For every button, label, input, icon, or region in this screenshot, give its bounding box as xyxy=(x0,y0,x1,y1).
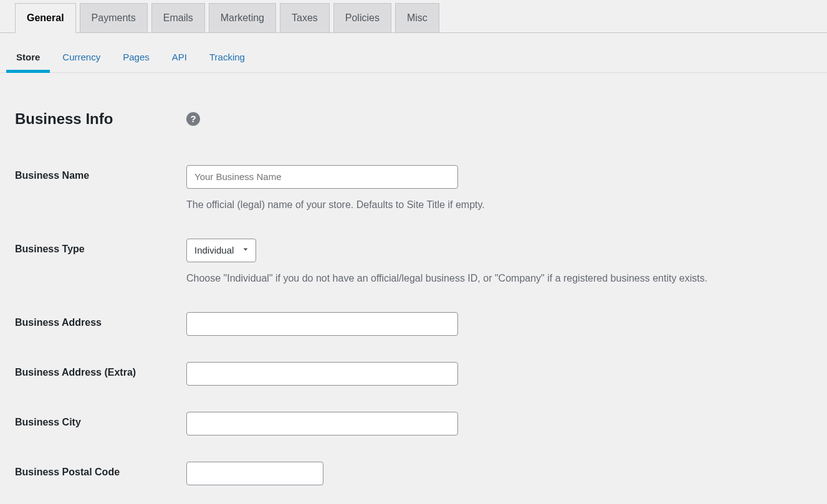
help-icon[interactable]: ? xyxy=(186,112,200,126)
tab-payments[interactable]: Payments xyxy=(80,3,148,32)
label-business-address-extra: Business Address (Extra) xyxy=(15,362,186,378)
tab-emails[interactable]: Emails xyxy=(151,3,205,32)
row-business-address: Business Address xyxy=(15,312,812,336)
subtab-store[interactable]: Store xyxy=(15,43,41,72)
row-business-type: Business Type Individual Choose "Individ… xyxy=(15,239,812,286)
business-type-select[interactable]: Individual xyxy=(186,239,256,262)
row-business-postal-code: Business Postal Code xyxy=(15,462,812,485)
tab-general[interactable]: General xyxy=(15,3,76,33)
business-name-description: The official (legal) name of your store.… xyxy=(186,197,812,212)
business-postal-code-input[interactable] xyxy=(186,462,323,485)
primary-tabs: General Payments Emails Marketing Taxes … xyxy=(0,0,827,33)
subtab-pages[interactable]: Pages xyxy=(122,43,151,72)
subtab-currency[interactable]: Currency xyxy=(61,43,102,72)
secondary-tabs: Store Currency Pages API Tracking xyxy=(0,43,827,73)
label-business-postal-code: Business Postal Code xyxy=(15,462,186,478)
tab-policies[interactable]: Policies xyxy=(333,3,391,32)
label-business-address: Business Address xyxy=(15,312,186,328)
tab-marketing[interactable]: Marketing xyxy=(209,3,276,32)
label-business-type: Business Type xyxy=(15,239,186,255)
label-business-city: Business City xyxy=(15,412,186,428)
row-business-city: Business City xyxy=(15,412,812,435)
subtab-tracking[interactable]: Tracking xyxy=(208,43,246,72)
business-city-input[interactable] xyxy=(186,412,458,435)
tab-misc[interactable]: Misc xyxy=(395,3,439,32)
tab-taxes[interactable]: Taxes xyxy=(280,3,330,32)
business-address-extra-input[interactable] xyxy=(186,362,458,386)
label-business-name: Business Name xyxy=(15,165,186,181)
business-name-input[interactable] xyxy=(186,165,458,189)
settings-form: Business Info ? Business Name The offici… xyxy=(0,73,827,504)
business-address-input[interactable] xyxy=(186,312,458,336)
section-header: Business Info ? xyxy=(15,110,812,128)
row-business-address-extra: Business Address (Extra) xyxy=(15,362,812,386)
section-title: Business Info xyxy=(15,110,186,128)
subtab-api[interactable]: API xyxy=(171,43,188,72)
business-type-description: Choose "Individual" if you do not have a… xyxy=(186,271,812,286)
row-business-name: Business Name The official (legal) name … xyxy=(15,165,812,212)
